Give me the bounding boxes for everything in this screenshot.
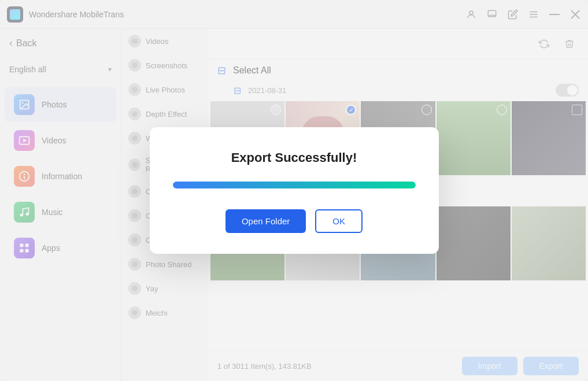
modal-buttons: Open Folder OK <box>225 209 363 233</box>
modal-overlay: Export Successfully! Open Folder OK <box>0 0 588 381</box>
open-folder-button[interactable]: Open Folder <box>225 209 306 233</box>
ok-button[interactable]: OK <box>315 209 363 233</box>
app-window: Wondershare MobileTrans <box>0 0 588 381</box>
export-success-modal: Export Successfully! Open Folder OK <box>150 127 439 254</box>
progress-bar-background <box>173 182 416 188</box>
modal-title: Export Successfully! <box>231 150 357 165</box>
progress-bar-fill <box>173 182 416 188</box>
